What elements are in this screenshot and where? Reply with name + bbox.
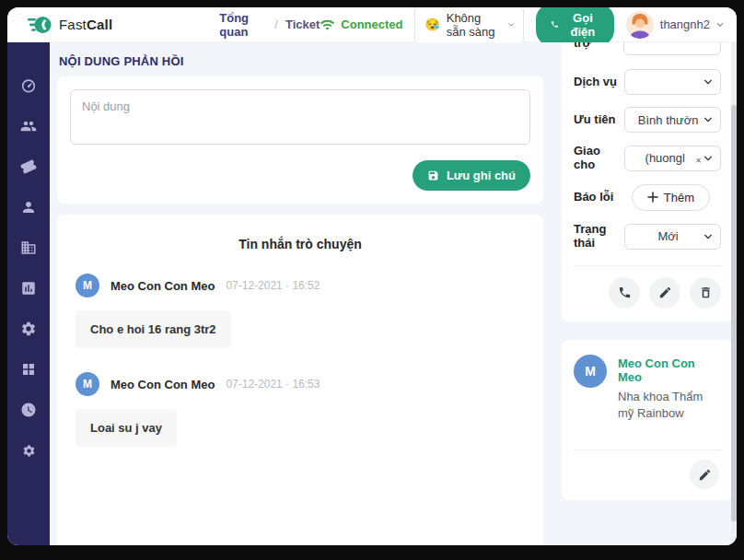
- contact-name-link[interactable]: Meo Con Con Meo: [618, 356, 721, 384]
- add-error-label: Thêm: [664, 191, 694, 204]
- chevron-down-icon: [716, 21, 724, 29]
- avatar: [626, 11, 654, 39]
- assignee-select[interactable]: (huongl ✕: [624, 146, 721, 171]
- scrollbar-thumb[interactable]: [731, 105, 737, 521]
- fastcall-logo-icon: [28, 15, 52, 35]
- chat-title: Tin nhắn trò chuyện: [76, 237, 525, 251]
- avatar: M: [76, 274, 99, 298]
- sidebar-item-tickets[interactable]: [19, 158, 38, 175]
- user-menu[interactable]: thangnh2: [626, 11, 724, 39]
- people-icon: [20, 118, 37, 134]
- gear-icon: [20, 321, 37, 337]
- clipped-field-label: trợ: [574, 42, 591, 57]
- save-note-button[interactable]: Lưu ghi chú: [413, 160, 530, 191]
- contact-card: M Meo Con Con Meo Nha khoa Thẩm mỹ Rainb…: [562, 340, 733, 500]
- phone-icon: [551, 18, 559, 30]
- breadcrumb-overview-link[interactable]: Tổng quan: [219, 11, 267, 39]
- feedback-section-title: NỘI DUNG PHẢN HỒI: [59, 54, 543, 68]
- call-button[interactable]: Gọi điện: [536, 7, 614, 46]
- contact-organization: Nha khoa Thẩm mỹ Rainbow: [618, 389, 721, 422]
- priority-label: Ưu tiên: [574, 113, 624, 127]
- avatar: M: [574, 355, 607, 388]
- person-icon: [20, 199, 37, 216]
- sidebar-item-settings[interactable]: [19, 321, 38, 337]
- gauge-icon: [20, 77, 37, 94]
- pencil-icon: [698, 468, 712, 482]
- chat-message-header: M Meo Con Con Meo 07-12-2021 · 16:53: [76, 372, 525, 396]
- sleepy-emoji-icon: 😪: [424, 18, 439, 31]
- priority-select[interactable]: Bình thườn: [624, 107, 721, 133]
- wifi-icon: [320, 18, 335, 31]
- save-icon: [427, 169, 439, 181]
- chat-message-header: M Meo Con Con Meo 07-12-2021 · 16:52: [76, 274, 525, 298]
- building-icon: [20, 239, 37, 256]
- left-sidebar: [7, 42, 50, 545]
- status-label: Trạng thái: [574, 223, 624, 251]
- message-bubble: Loai su j vay: [76, 409, 177, 447]
- edit-ticket-button[interactable]: [649, 277, 680, 309]
- call-contact-button[interactable]: [609, 277, 640, 309]
- service-select[interactable]: [624, 69, 721, 95]
- assignee-label: Giao cho: [574, 145, 624, 172]
- chevron-down-icon: [703, 154, 713, 163]
- sidebar-item-apps[interactable]: [19, 361, 38, 378]
- gear-icon: [22, 444, 36, 458]
- pencil-icon: [658, 286, 672, 299]
- connection-status-label: Connected: [341, 18, 402, 31]
- trash-icon: [699, 286, 713, 299]
- delete-ticket-button[interactable]: [690, 277, 721, 309]
- ticket-icon: [20, 158, 37, 175]
- chat-card: Tin nhắn trò chuyện M Meo Con Con Meo 07…: [57, 215, 543, 545]
- save-note-label: Lưu ghi chú: [447, 169, 516, 182]
- breadcrumb-separator: /: [274, 18, 278, 31]
- brand-name: FastCall: [59, 17, 112, 32]
- app-window: FastCall Tổng quan / Ticket Connected 😪 …: [7, 7, 737, 545]
- service-label: Dịch vụ: [574, 76, 624, 89]
- availability-dropdown[interactable]: 😪 Không sẵn sàng: [414, 7, 524, 44]
- fastcall-logo: FastCall: [28, 15, 112, 35]
- sidebar-item-contacts[interactable]: [19, 199, 38, 216]
- clipped-field-input[interactable]: [623, 42, 721, 55]
- content-area: NỘI DUNG PHẢN HỒI Lưu ghi chú Tin nhắn t…: [50, 42, 737, 545]
- chevron-down-icon: [703, 232, 713, 241]
- message-timestamp: 07-12-2021 · 16:53: [226, 378, 320, 391]
- error-report-label: Báo lỗi: [574, 191, 625, 204]
- message-bubble: Cho e hoi 16 rang 3tr2: [76, 310, 231, 348]
- clock-icon: [20, 402, 37, 418]
- message-timestamp: 07-12-2021 · 16:52: [226, 279, 320, 292]
- username: thangnh2: [660, 18, 710, 31]
- message-sender: Meo Con Con Meo: [110, 378, 215, 391]
- availability-label: Không sẵn sàng: [447, 11, 502, 39]
- clipped-form-row: trợ: [574, 42, 721, 57]
- sidebar-item-companies[interactable]: [19, 239, 38, 256]
- status-select[interactable]: Mới: [624, 224, 721, 250]
- feedback-note-card: Lưu ghi chú: [57, 76, 543, 204]
- scrollbar-track: [731, 42, 737, 545]
- add-error-button[interactable]: Thêm: [632, 184, 710, 211]
- sidebar-item-dashboard[interactable]: [19, 77, 38, 94]
- top-header: FastCall Tổng quan / Ticket Connected 😪 …: [7, 7, 737, 42]
- sidebar-item-history[interactable]: [19, 402, 38, 418]
- chevron-down-icon: [508, 20, 514, 29]
- connection-status: Connected: [320, 18, 402, 31]
- sidebar-item-customers[interactable]: [19, 118, 38, 134]
- ticket-form-card: trợ Dịch vụ Ưu tiên Bình thườn: [562, 42, 733, 321]
- call-button-label: Gọi điện: [566, 11, 599, 39]
- edit-contact-button[interactable]: [690, 460, 719, 489]
- avatar: M: [76, 372, 99, 396]
- clear-icon[interactable]: ✕: [695, 157, 702, 165]
- breadcrumb: Tổng quan / Ticket: [219, 11, 320, 39]
- message-sender: Meo Con Con Meo: [110, 279, 215, 293]
- note-input[interactable]: [70, 89, 530, 145]
- plus-icon: [647, 192, 658, 203]
- sidebar-item-reports[interactable]: [19, 280, 38, 297]
- phone-icon: [618, 286, 632, 299]
- chevron-down-icon: [703, 77, 713, 87]
- grid-icon: [20, 361, 37, 378]
- bar-chart-icon: [20, 280, 37, 297]
- breadcrumb-current-ticket: Ticket: [285, 18, 320, 31]
- chevron-down-icon: [703, 115, 713, 124]
- sidebar-item-preferences[interactable]: [19, 442, 38, 459]
